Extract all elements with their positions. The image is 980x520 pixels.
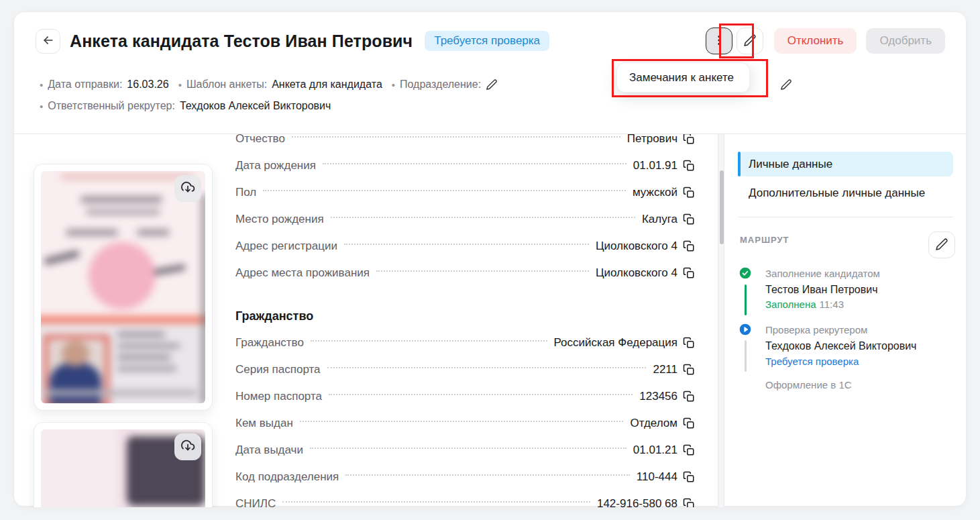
download-document-button[interactable] xyxy=(174,433,201,460)
edit-form-button[interactable] xyxy=(737,28,763,54)
copy-icon[interactable] xyxy=(682,444,696,457)
meta-label: Шаблон анкеты: xyxy=(186,79,267,91)
dotted-leader xyxy=(311,340,547,342)
arrow-left-icon xyxy=(42,34,55,49)
field-label: Место рождения xyxy=(235,213,324,226)
content-area: ОтчествоПетрович Дата рождения01.01.91 П… xyxy=(14,134,966,507)
field-label: Адрес места проживания xyxy=(235,266,370,280)
passport-scan-card-1[interactable] xyxy=(34,164,213,411)
dotted-leader xyxy=(345,474,630,476)
meta-row-2: • Ответственный рекрутер: Техдоков Алекс… xyxy=(40,98,331,114)
meta-sent-date: • Дата отправки: 16.03.26 xyxy=(40,79,169,91)
kebab-menu-icon xyxy=(712,34,726,49)
form-field-row: Адрес места проживанияЦиолковского 4 xyxy=(235,260,696,287)
more-actions-button[interactable] xyxy=(706,28,732,54)
field-value: 142-916-580 68 xyxy=(597,497,677,507)
form-field-row: Серия паспорта2211 xyxy=(235,356,696,383)
dotted-leader xyxy=(263,190,626,191)
reject-button[interactable]: Отклонить xyxy=(774,28,857,54)
bullet: • xyxy=(40,79,43,91)
form-field-row: ОтчествоПетрович xyxy=(235,134,696,152)
form-field-row: Номер паспорта123456 xyxy=(235,383,696,410)
step-done-icon xyxy=(739,266,752,280)
meta-label: Дата отправки: xyxy=(48,79,122,91)
copy-icon[interactable] xyxy=(682,497,696,507)
dotted-leader xyxy=(310,448,627,449)
meta-department: • Подразделение: xyxy=(392,79,498,91)
field-value: 01.01.21 xyxy=(633,444,677,457)
form-field-row: Кем выданОтделом xyxy=(235,410,696,437)
copy-icon[interactable] xyxy=(682,363,696,376)
candidate-form: ОтчествоПетрович Дата рождения01.01.91 П… xyxy=(235,134,696,507)
sidebar-item-additional-personal-data[interactable]: Дополнительные личные данные xyxy=(738,180,953,205)
field-label: Адрес регистрации xyxy=(235,240,337,253)
field-label: Отчество xyxy=(235,134,285,146)
field-value: 110-444 xyxy=(637,470,677,484)
dotted-leader xyxy=(327,367,647,368)
copy-icon[interactable] xyxy=(682,470,696,484)
dotted-leader xyxy=(292,136,620,138)
route-step-label: Оформление в 1С xyxy=(765,379,852,391)
form-section-header: Гражданство xyxy=(235,303,696,329)
active-indicator-bar xyxy=(738,152,741,176)
copy-icon[interactable] xyxy=(682,336,696,350)
copy-icon[interactable] xyxy=(682,390,696,403)
header-actions: Отклонить Одобрить xyxy=(706,28,945,54)
route-step-person: Тестов Иван Петрович xyxy=(765,284,878,296)
pencil-icon xyxy=(935,238,948,253)
status-time: 11:43 xyxy=(820,299,844,310)
dotted-leader xyxy=(282,501,590,503)
cloud-download-icon xyxy=(180,438,196,456)
form-field-row: Адрес регистрацииЦиолковского 4 xyxy=(235,233,696,260)
main-scrollbar-track[interactable] xyxy=(718,134,724,507)
field-label: Серия паспорта xyxy=(235,363,321,376)
dotted-leader xyxy=(344,244,589,245)
dotted-leader xyxy=(300,421,624,422)
route-step-status: Требуется проверка xyxy=(765,356,859,367)
passport-scan-image-1 xyxy=(41,171,205,403)
field-label: Дата рождения xyxy=(235,159,316,172)
status-badge: Требуется проверка xyxy=(425,31,549,51)
back-button[interactable] xyxy=(36,29,60,54)
copy-icon[interactable] xyxy=(682,213,696,226)
meta-value: Анкета для кандидата xyxy=(272,79,382,91)
status-text: Заполнена xyxy=(765,299,816,310)
meta-value: Техдоков Алексей Викторович xyxy=(180,100,331,112)
edit-position-icon[interactable] xyxy=(780,79,792,91)
main-scrollbar-thumb[interactable] xyxy=(720,170,724,244)
form-field-row: Дата рождения01.01.91 xyxy=(235,152,696,179)
route-step-label: Проверка рекрутером xyxy=(765,324,867,335)
route-connector-pending xyxy=(745,340,747,372)
copy-icon[interactable] xyxy=(682,266,696,280)
copy-icon[interactable] xyxy=(682,417,696,430)
field-value: мужской xyxy=(633,186,677,199)
field-value: Калуга xyxy=(642,213,677,226)
passport-scan-image-2 xyxy=(41,429,205,507)
edit-department-icon[interactable] xyxy=(486,79,498,91)
sidebar-item-label: Дополнительные личные данные xyxy=(749,187,925,200)
meta-row-1: • Дата отправки: 16.03.26 • Шаблон анкет… xyxy=(40,76,939,93)
right-sidebar: Личные данные Дополнительные личные данн… xyxy=(724,134,966,507)
route-step-status: Заполнена11:43 xyxy=(765,299,844,310)
meta-template: • Шаблон анкеты: Анкета для кандидата xyxy=(178,79,382,91)
copy-icon[interactable] xyxy=(682,134,696,146)
passport-scan-card-2[interactable] xyxy=(34,422,213,507)
approve-button[interactable]: Одобрить xyxy=(866,28,945,54)
field-value: 2211 xyxy=(653,363,677,376)
copy-icon[interactable] xyxy=(682,240,696,253)
download-document-button[interactable] xyxy=(174,175,201,202)
dotted-leader xyxy=(329,394,633,395)
meta-value: 16.03.26 xyxy=(127,79,168,91)
bullet: • xyxy=(392,79,395,91)
sidebar-divider xyxy=(738,217,953,217)
edit-route-button[interactable] xyxy=(928,231,955,258)
page-title: Анкета кандидата Тестов Иван Петрович xyxy=(70,32,413,51)
dotted-leader xyxy=(331,217,635,218)
field-value: Петрович xyxy=(627,134,677,146)
meta-label: Подразделение: xyxy=(400,79,481,91)
copy-icon[interactable] xyxy=(682,186,696,199)
route-step-person: Техдоков Алексей Викторович xyxy=(765,340,916,352)
menu-item-form-remarks[interactable]: Замечания к анкете xyxy=(616,62,750,93)
copy-icon[interactable] xyxy=(682,159,696,172)
sidebar-item-personal-data[interactable]: Личные данные xyxy=(738,152,953,176)
